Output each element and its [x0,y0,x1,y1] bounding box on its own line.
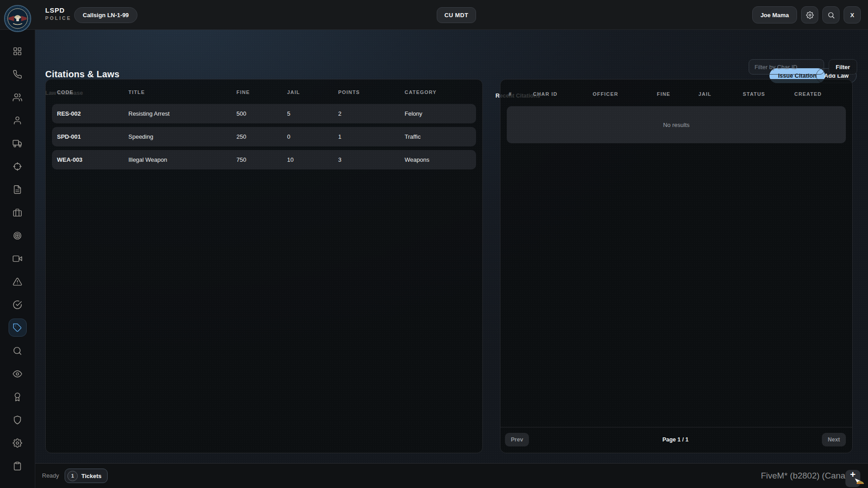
org-abbr: LSPD [45,6,71,14]
col-title: TITLE [128,89,236,95]
sidebar-item-evidence[interactable] [9,226,27,244]
sidebar-item-units[interactable] [9,88,27,106]
briefcase-icon [13,208,22,217]
crosshair-icon [13,162,22,171]
prev-page-button[interactable]: Prev [505,433,529,446]
law-table-header: CODE TITLE FINE JAIL POINTS CATEGORY [46,80,482,102]
citations-table-header: # CHAR ID OFFICER FINE JAIL STATUS CREAT… [500,80,852,104]
table-row[interactable]: WEA-003 Illegal Weapon 750 10 3 Weapons [52,150,476,169]
law-code: RES-002 [57,110,128,117]
citations-empty-space [500,143,852,427]
fivem-plus-button[interactable]: + [845,470,860,487]
org-sub: POLICE [45,15,71,21]
page-indicator: Page 1 / 1 [529,436,822,443]
col-created: CREATED [794,91,844,97]
law-database-card: CODE TITLE FINE JAIL POINTS CATEGORY RES… [45,79,483,453]
law-title: Resisting Arrest [128,110,236,117]
shield-icon [13,415,22,425]
law-jail: 0 [287,133,338,140]
sidebar-item-roster[interactable] [9,411,27,429]
status-bar: Ready 1 Tickets FiveM* (b2802) (Canary) … [35,463,868,488]
lspd-badge-logo [4,5,31,32]
disc-icon [13,231,22,240]
law-code: WEA-003 [57,156,128,163]
col-category: CATEGORY [405,89,471,95]
law-category: Felony [405,110,476,117]
search-button[interactable] [822,6,840,23]
recent-citations-card: # CHAR ID OFFICER FINE JAIL STATUS CREAT… [500,79,853,453]
col-code: CODE [57,89,128,95]
table-row[interactable]: SPD-001 Speeding 250 0 1 Traffic [52,127,476,146]
col-officer: OFFICER [593,91,657,97]
user-button[interactable]: Joe Mama [752,6,797,23]
sidebar-item-warrants[interactable] [9,272,27,291]
gear-icon [13,438,22,448]
law-table-body: RES-002 Resisting Arrest 500 5 2 Felony … [46,102,482,169]
main-content: Citations & Laws Issue Citation Add Law … [35,30,868,463]
law-fine: 250 [236,133,287,140]
col-char-id: CHAR ID [533,91,593,97]
law-jail: 10 [287,156,338,163]
plus-icon: + [850,470,855,479]
col-fine: FINE [236,89,287,95]
col-status: STATUS [743,91,794,97]
filter-button[interactable]: Filter [829,59,857,75]
search-icon [13,346,22,356]
cu-mdt-button[interactable]: CU MDT [437,7,476,23]
sidebar-item-citations[interactable] [9,319,27,337]
sidebar-item-cases[interactable] [9,203,27,221]
settings-button[interactable] [801,6,818,23]
sidebar-item-surveillance[interactable] [9,365,27,383]
col-fine: FINE [657,91,698,97]
next-page-button[interactable]: Next [822,433,846,446]
users-icon [13,93,22,102]
law-category: Traffic [405,133,476,140]
callsign-button[interactable]: Callsign LN-1-99 [74,7,137,23]
search-icon [827,11,835,19]
sidebar-item-tasks[interactable] [9,296,27,314]
sidebar-item-settings[interactable] [9,434,27,452]
brand-block: LSPD POLICE [45,6,71,21]
citations-pagination: Prev Page 1 / 1 Next [500,427,852,453]
col-number: # [509,91,533,97]
law-points: 1 [338,133,405,140]
sidebar-item-profiles[interactable] [9,111,27,129]
clipboard-icon [13,461,22,471]
sidebar-item-reports[interactable] [9,180,27,198]
law-points: 2 [338,110,405,117]
no-results-message: No results [507,106,846,143]
gear-icon [806,11,814,19]
sidebar-item-calls[interactable] [9,65,27,83]
page-title: Citations & Laws [45,69,119,80]
law-points: 3 [338,156,405,163]
col-jail: JAIL [698,91,743,97]
table-row[interactable]: RES-002 Resisting Arrest 500 5 2 Felony [52,104,476,123]
truck-icon [13,139,22,148]
tickets-button[interactable]: 1 Tickets [65,469,108,483]
video-icon [13,254,22,263]
sidebar-item-logs[interactable] [9,457,27,475]
sidebar-nav [0,30,35,488]
award-icon [13,392,22,402]
sidebar-item-dashboard[interactable] [9,42,27,60]
top-bar: LSPD POLICE Callsign LN-1-99 CU MDT Joe … [0,0,868,30]
col-jail: JAIL [287,89,338,95]
close-button[interactable]: X [844,6,861,23]
topbar-actions: Joe Mama X [752,6,861,23]
sidebar-item-awards[interactable] [9,388,27,406]
grid-icon [13,47,22,56]
user-icon [13,116,22,125]
tag-icon [13,323,22,333]
sidebar-item-search[interactable] [9,342,27,360]
check-circle-icon [13,300,22,310]
law-jail: 5 [287,110,338,117]
sidebar-item-vehicles[interactable] [9,134,27,152]
filter-char-id-input[interactable] [749,59,824,75]
close-icon: X [850,12,854,19]
sidebar-item-dispatch[interactable] [9,157,27,175]
law-category: Weapons [405,156,476,163]
sidebar-item-bodycam[interactable] [9,249,27,267]
fivem-watermark: FiveM* (b2802) (Canary) [761,471,855,481]
law-fine: 750 [236,156,287,163]
eye-icon [13,369,22,379]
